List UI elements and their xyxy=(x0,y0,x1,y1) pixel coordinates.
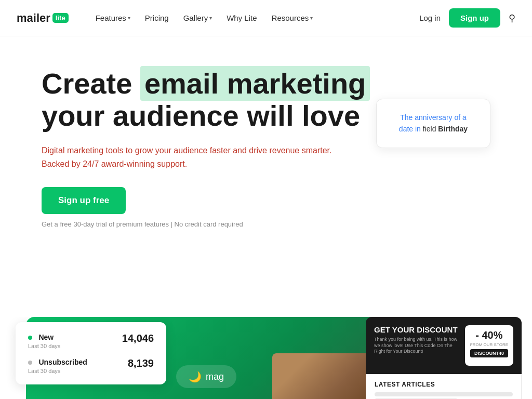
trial-text: Get a free 30-day trial of premium featu… xyxy=(42,220,490,228)
logo-text: mailer xyxy=(17,11,50,25)
green-dot-icon xyxy=(28,336,32,340)
right-cards: GET YOUR DISCOUNT Thank you for being wi… xyxy=(366,317,522,399)
search-icon[interactable]: ⚲ xyxy=(509,12,515,24)
login-link[interactable]: Log in xyxy=(419,14,441,22)
nav-item-whylite[interactable]: Why Lite xyxy=(220,9,263,26)
stats-unsub-label-group: Unsubscribed Last 30 days xyxy=(28,357,87,374)
article-line-1 xyxy=(375,392,513,396)
mag-pill: 🌙 mag xyxy=(176,365,236,388)
anniversary-field-label: field xyxy=(423,125,436,133)
nav-right: Log in Sign up ⚲ xyxy=(419,8,515,28)
anniversary-card: The anniversary of a date in field Birth… xyxy=(376,99,490,148)
hero-section: Create email marketing your audience wil… xyxy=(0,36,532,296)
stats-card: New Last 30 days 14,046 Unsubscribed Las… xyxy=(16,322,166,384)
stats-new-label-group: New Last 30 days xyxy=(28,332,60,349)
discount-percent: - 40% xyxy=(470,329,508,341)
stats-new-label: New xyxy=(38,333,54,341)
anniversary-birthday: Birthday xyxy=(438,125,468,133)
nav-item-gallery[interactable]: Gallery ▾ xyxy=(177,9,219,26)
nav-item-resources[interactable]: Resources ▾ xyxy=(265,9,320,26)
stats-new-value: 14,046 xyxy=(122,332,154,344)
discount-subtitle: Thank you for being with us. This is how… xyxy=(374,337,461,355)
logo[interactable]: mailer lite xyxy=(17,11,69,25)
headline-highlight: email marketing xyxy=(140,66,370,101)
nav-item-features[interactable]: Features ▾ xyxy=(89,9,137,26)
logo-badge: lite xyxy=(52,13,69,23)
gray-dot-icon xyxy=(28,361,32,365)
stats-new-sublabel: Last 30 days xyxy=(28,343,60,349)
bottom-section: 🌙 mag New Last 30 days 14,046 Unsubscrib… xyxy=(0,317,532,399)
mag-label: mag xyxy=(206,371,224,382)
chevron-down-icon: ▾ xyxy=(310,15,313,21)
stats-unsub-label: Unsubscribed xyxy=(38,358,87,366)
stats-row-new: New Last 30 days 14,046 xyxy=(28,332,154,349)
discount-left: GET YOUR DISCOUNT Thank you for being wi… xyxy=(374,325,461,366)
discount-card: GET YOUR DISCOUNT Thank you for being wi… xyxy=(366,317,522,374)
stats-row-unsub: Unsubscribed Last 30 days 8,139 xyxy=(28,357,154,374)
chevron-down-icon: ▾ xyxy=(128,15,130,21)
signup-button[interactable]: Sign up xyxy=(449,8,500,28)
headline-part2: your audience will love xyxy=(42,99,360,132)
stats-unsub-sublabel: Last 30 days xyxy=(28,368,87,374)
discount-from: FROM OUR STORE xyxy=(470,342,508,347)
main-nav: mailer lite Features ▾ Pricing Gallery ▾… xyxy=(0,0,532,36)
moon-icon: 🌙 xyxy=(189,370,202,383)
headline-part1: Create xyxy=(42,67,132,100)
articles-title: Latest Articles xyxy=(375,381,513,388)
nav-links: Features ▾ Pricing Gallery ▾ Why Lite Re… xyxy=(89,9,420,26)
discount-code: DISCOUNT40 xyxy=(470,349,508,357)
articles-card: Latest Articles xyxy=(366,374,522,399)
chevron-down-icon: ▾ xyxy=(209,15,212,21)
discount-right: - 40% FROM OUR STORE DISCOUNT40 xyxy=(465,325,513,366)
stats-unsub-value: 8,139 xyxy=(128,357,154,369)
nav-item-pricing[interactable]: Pricing xyxy=(139,9,175,26)
hero-subtext: Digital marketing tools to grow your aud… xyxy=(42,144,332,170)
signup-free-button[interactable]: Sign up free xyxy=(42,187,126,214)
hero-headline: Create email marketing your audience wil… xyxy=(42,68,384,131)
discount-title: GET YOUR DISCOUNT xyxy=(374,325,461,335)
